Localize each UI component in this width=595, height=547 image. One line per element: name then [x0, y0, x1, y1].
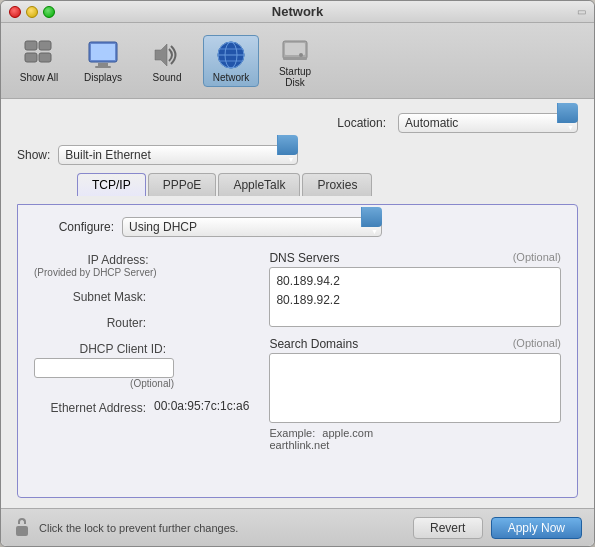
- lock-icon[interactable]: [13, 518, 31, 538]
- tab-panel-tcpip: Configure: Using DHCP IP Address: (Provi…: [17, 204, 578, 498]
- startup-disk-label: Startup Disk: [272, 66, 318, 88]
- svg-rect-7: [95, 66, 111, 68]
- search-domains-label: Search Domains: [269, 337, 358, 351]
- ip-address-sublabel: (Provided by DHCP Server): [34, 267, 157, 278]
- ip-address-label: IP Address:: [34, 251, 157, 267]
- dhcp-client-id-sublabel: (Optional): [34, 378, 174, 389]
- svg-rect-16: [285, 43, 305, 55]
- dns-header: DNS Servers (Optional): [269, 251, 561, 265]
- lock-body: [16, 526, 28, 536]
- svg-rect-5: [91, 44, 115, 60]
- router-label: Router:: [34, 314, 154, 330]
- svg-point-17: [299, 53, 303, 57]
- location-select[interactable]: Automatic: [398, 113, 578, 133]
- dhcp-client-id-input[interactable]: [34, 358, 174, 378]
- tab-proxies[interactable]: Proxies: [302, 173, 372, 196]
- search-domains-optional-label: (Optional): [513, 337, 561, 351]
- left-column: IP Address: (Provided by DHCP Server) Su…: [34, 251, 249, 451]
- svg-rect-6: [98, 63, 108, 66]
- tab-appletalk[interactable]: AppleTalk: [218, 173, 300, 196]
- svg-rect-18: [283, 57, 307, 60]
- show-select[interactable]: Built-in Ethernet: [58, 145, 298, 165]
- network-icon: [215, 39, 247, 71]
- titlebar: Network ▭: [1, 1, 594, 23]
- subnet-mask-label: Subnet Mask:: [34, 288, 154, 304]
- apply-now-button[interactable]: Apply Now: [491, 517, 582, 539]
- window-title: Network: [272, 4, 323, 19]
- show-label: Show:: [17, 148, 50, 162]
- dns-servers-box[interactable]: 80.189.94.2 80.189.92.2: [269, 267, 561, 327]
- sound-icon: [151, 39, 183, 71]
- minimize-button[interactable]: [26, 6, 38, 18]
- example-text: Example: apple.com earthlink.net: [269, 427, 561, 451]
- location-select-wrapper: Automatic: [398, 113, 578, 133]
- show-select-wrapper: Built-in Ethernet: [58, 145, 298, 165]
- tab-pppoe[interactable]: PPPoE: [148, 173, 217, 196]
- ethernet-address-value: 00:0a:95:7c:1c:a6: [154, 399, 249, 413]
- toolbar-item-show-all[interactable]: Show All: [11, 35, 67, 87]
- svg-rect-0: [25, 41, 37, 50]
- displays-label: Displays: [84, 72, 122, 83]
- revert-button[interactable]: Revert: [413, 517, 483, 539]
- ip-address-row: IP Address: (Provided by DHCP Server): [34, 251, 249, 278]
- ethernet-address-label: Ethernet Address:: [34, 399, 154, 415]
- main-content: Location: Automatic Show: Built-in Ether…: [1, 99, 594, 508]
- lock-shackle: [18, 518, 26, 524]
- network-label: Network: [213, 72, 250, 83]
- svg-rect-2: [25, 53, 37, 62]
- resize-icon: ▭: [577, 6, 586, 17]
- configure-select-wrapper: Using DHCP: [122, 217, 382, 237]
- dns-server-1: 80.189.94.2: [276, 272, 554, 291]
- toolbar-item-startup-disk[interactable]: Startup Disk: [267, 29, 323, 92]
- bottom-bar: Click the lock to prevent further change…: [1, 508, 594, 546]
- toolbar-item-network[interactable]: Network: [203, 35, 259, 87]
- svg-marker-8: [155, 44, 167, 66]
- maximize-button[interactable]: [43, 6, 55, 18]
- toolbar-item-displays[interactable]: Displays: [75, 35, 131, 87]
- dns-server-2: 80.189.92.2: [276, 291, 554, 310]
- toolbar: Show All Displays Sound: [1, 23, 594, 99]
- info-grid: IP Address: (Provided by DHCP Server) Su…: [34, 251, 561, 451]
- right-column: DNS Servers (Optional) 80.189.94.2 80.18…: [269, 251, 561, 451]
- window: Network ▭ Show All: [0, 0, 595, 547]
- close-button[interactable]: [9, 6, 21, 18]
- location-row: Location: Automatic: [17, 109, 578, 137]
- search-domains-box[interactable]: [269, 353, 561, 423]
- svg-rect-3: [39, 53, 51, 62]
- location-label: Location:: [337, 116, 386, 130]
- router-row: Router:: [34, 314, 249, 330]
- dns-servers-label: DNS Servers: [269, 251, 339, 265]
- tab-tcpip[interactable]: TCP/IP: [77, 173, 146, 196]
- lock-text: Click the lock to prevent further change…: [39, 522, 405, 534]
- show-row: Show: Built-in Ethernet: [17, 145, 578, 165]
- startup-disk-icon: [279, 33, 311, 65]
- dhcp-client-id-row: DHCP Client ID: (Optional): [34, 340, 249, 389]
- traffic-lights: [9, 6, 55, 18]
- configure-row: Configure: Using DHCP: [34, 217, 561, 237]
- search-domains-header: Search Domains (Optional): [269, 337, 561, 351]
- toolbar-item-sound[interactable]: Sound: [139, 35, 195, 87]
- ethernet-address-row: Ethernet Address: 00:0a:95:7c:1c:a6: [34, 399, 249, 415]
- example-prefix: Example:: [269, 427, 315, 439]
- show-all-icon: [23, 39, 55, 71]
- show-all-label: Show All: [20, 72, 58, 83]
- configure-label: Configure:: [34, 220, 114, 234]
- subnet-mask-row: Subnet Mask:: [34, 288, 249, 304]
- dhcp-client-id-label: DHCP Client ID:: [34, 340, 174, 356]
- svg-rect-1: [39, 41, 51, 50]
- configure-select[interactable]: Using DHCP: [122, 217, 382, 237]
- sound-label: Sound: [153, 72, 182, 83]
- tabs-container: TCP/IP PPPoE AppleTalk Proxies: [77, 173, 578, 196]
- displays-icon: [87, 39, 119, 71]
- dns-optional-label: (Optional): [513, 251, 561, 265]
